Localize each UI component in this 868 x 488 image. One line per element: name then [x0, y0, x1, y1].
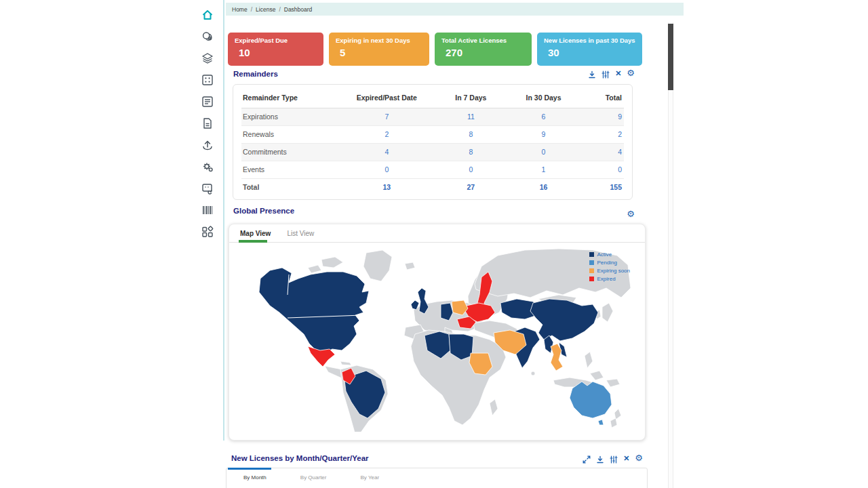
document-icon[interactable]	[201, 117, 214, 130]
cell-value[interactable]: 6	[509, 108, 578, 125]
legend-swatch-active	[589, 252, 594, 257]
expand-icon[interactable]	[583, 454, 591, 462]
gear-icon[interactable]: ⚙	[627, 210, 635, 218]
legend-swatch-expiring	[589, 268, 594, 273]
remainders-table: Remainder Type Expired/Past Date In 7 Da…	[241, 87, 624, 196]
stat-card-expiring[interactable]: Expiring in next 30 Days 5	[329, 33, 429, 66]
table-row: Renewals 2 8 9 2	[241, 125, 624, 143]
breadcrumb: Home / License / Dashboard	[226, 3, 684, 16]
integration-icon[interactable]	[201, 182, 214, 195]
row-label: Expirations	[241, 108, 341, 125]
legend-label: Expired	[597, 276, 616, 282]
cell-value[interactable]: 27	[433, 178, 509, 196]
map-pending-regions[interactable]	[570, 382, 612, 425]
cell-value[interactable]: 16	[509, 178, 578, 196]
cell-value[interactable]: 1	[509, 161, 578, 178]
close-icon[interactable]: ✕	[615, 69, 621, 77]
stat-card-label: Expiring in next 30 Days	[336, 37, 425, 44]
map-legend: Active Pending Expiring soon Expired	[589, 251, 630, 282]
download-icon[interactable]	[596, 454, 604, 462]
global-presence-panel-icons: ⚙	[627, 210, 635, 218]
layers-icon[interactable]	[201, 52, 214, 65]
active-tab-indicator	[228, 468, 271, 470]
stat-card-active[interactable]: Total Active Licenses 270	[435, 33, 532, 66]
global-presence-card: Map View List View	[229, 224, 646, 441]
new-licenses-title: New Licenses by Month/Quarter/Year	[231, 454, 369, 462]
filter-icon[interactable]	[601, 69, 610, 77]
main-content: Home / License / Dashboard Expired/Past …	[226, 0, 684, 488]
cell-value[interactable]: 0	[509, 143, 578, 161]
new-licenses-card: By Month By Quarter By Year	[226, 468, 648, 488]
cell-value[interactable]: 4	[341, 143, 433, 161]
breadcrumb-license[interactable]: License	[256, 6, 275, 13]
legend-item-pending: Pending	[589, 260, 630, 266]
global-presence-title: Global Presence	[233, 207, 294, 215]
tab-by-month[interactable]: By Month	[243, 474, 267, 481]
stat-card-expired[interactable]: Expired/Past Due 10	[228, 33, 323, 66]
stat-card-value: 10	[239, 47, 319, 58]
tab-map-view[interactable]: Map View	[240, 230, 271, 237]
breadcrumb-dashboard: Dashboard	[284, 6, 313, 13]
cell-value[interactable]: 9	[509, 125, 578, 143]
row-label: Total	[241, 178, 341, 196]
form-icon[interactable]	[201, 95, 214, 108]
legend-item-expiring: Expiring soon	[589, 268, 630, 274]
gear-icon[interactable]: ⚙	[635, 454, 643, 462]
cell-value[interactable]: 13	[341, 178, 433, 196]
cell-value[interactable]: 7	[341, 108, 433, 125]
components-icon[interactable]	[201, 225, 214, 239]
cell-value[interactable]: 0	[433, 161, 509, 178]
close-icon[interactable]: ✕	[623, 454, 629, 462]
tab-by-year[interactable]: By Year	[360, 474, 379, 481]
gear-icon[interactable]: ⚙	[627, 69, 635, 77]
col-header-expired: Expired/Past Date	[341, 87, 433, 108]
breadcrumb-home[interactable]: Home	[232, 6, 248, 13]
cell-value[interactable]: 155	[578, 178, 624, 196]
home-icon[interactable]	[201, 8, 214, 22]
legend-swatch-expired	[589, 277, 594, 281]
remainders-table-card: Remainder Type Expired/Past Date In 7 Da…	[233, 84, 633, 200]
new-licenses-tabs: By Month By Quarter By Year	[226, 468, 647, 486]
cell-value[interactable]: 2	[578, 125, 624, 143]
license-icon[interactable]	[201, 30, 214, 43]
cell-value[interactable]: 0	[578, 161, 624, 178]
stat-card-label: New Licenses in past 30 Days	[544, 37, 638, 44]
legend-item-active: Active	[589, 251, 630, 258]
breadcrumb-separator: /	[279, 6, 280, 13]
filter-icon[interactable]	[610, 454, 618, 462]
active-tab-indicator	[239, 240, 267, 243]
cell-value[interactable]: 11	[433, 108, 509, 125]
col-header-7days: In 7 Days	[433, 87, 509, 108]
cell-value[interactable]: 8	[433, 143, 509, 161]
cell-value[interactable]: 9	[578, 108, 624, 125]
col-header-30days: In 30 Days	[509, 87, 578, 108]
map-tabs: Map View List View	[229, 224, 645, 243]
table-row: Commitments 4 8 0 4	[241, 143, 624, 161]
cell-value[interactable]: 8	[433, 125, 509, 143]
scrollbar-thumb[interactable]	[668, 24, 673, 90]
new-licenses-panel-icons: ✕ ⚙	[583, 454, 643, 462]
upload-icon[interactable]	[201, 138, 214, 152]
tab-list-view[interactable]: List View	[287, 230, 314, 237]
stat-card-value: 30	[548, 47, 638, 58]
row-label: Renewals	[241, 125, 341, 143]
tab-by-quarter[interactable]: By Quarter	[300, 474, 327, 481]
barcode-icon[interactable]	[201, 203, 214, 217]
legend-swatch-pending	[589, 260, 594, 265]
stat-cards-row: Expired/Past Due 10 Expiring in next 30 …	[228, 33, 642, 66]
col-header-total: Total	[578, 87, 624, 108]
settings-gear-icon[interactable]	[201, 160, 214, 174]
table-row: Events 0 0 1 0	[241, 161, 624, 178]
stat-card-label: Total Active Licenses	[441, 37, 528, 44]
legend-label: Pending	[597, 260, 617, 266]
world-map[interactable]	[240, 247, 633, 434]
download-icon[interactable]	[588, 69, 596, 77]
apps-grid-icon[interactable]	[201, 73, 214, 87]
cell-value[interactable]: 4	[578, 143, 624, 161]
stat-card-new[interactable]: New Licenses in past 30 Days 30	[537, 33, 642, 66]
stat-card-value: 5	[340, 47, 425, 58]
scrollbar-track[interactable]	[668, 22, 673, 488]
cell-value[interactable]: 2	[341, 125, 433, 143]
cell-value[interactable]: 0	[341, 161, 433, 178]
sidebar-divider	[223, 0, 224, 441]
